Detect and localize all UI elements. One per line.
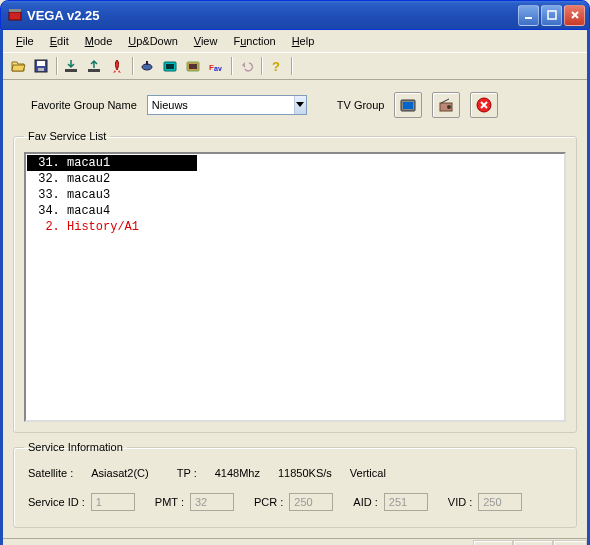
svg-text:?: ? (272, 59, 280, 74)
menu-function[interactable]: Function (226, 33, 282, 49)
favorite-group-value[interactable] (148, 99, 294, 111)
tv-list-icon[interactable] (159, 55, 181, 77)
svg-rect-10 (146, 61, 148, 65)
rocket-icon[interactable] (106, 55, 128, 77)
vid-label: VID : (448, 496, 472, 508)
tv-group-button[interactable] (394, 92, 422, 118)
fav-service-list-group: Fav Service List 31. macau1 32. macau2 3… (13, 130, 577, 433)
svg-rect-19 (403, 102, 413, 109)
svg-rect-0 (9, 12, 21, 20)
toolbar-separator (129, 55, 135, 77)
svg-point-21 (447, 105, 451, 109)
radio-group-button[interactable] (432, 92, 460, 118)
open-icon[interactable] (7, 55, 29, 77)
service-information-legend: Service Information (24, 441, 127, 453)
satellite-label: Satellite : (28, 467, 73, 479)
fav-service-listbox[interactable]: 31. macau1 32. macau2 33. macau3 34. mac… (24, 152, 566, 422)
list-item[interactable]: 32. macau2 (27, 171, 563, 187)
menu-mode[interactable]: Mode (78, 33, 120, 49)
tv-group-label: TV Group (337, 99, 385, 111)
list-item[interactable]: 31. macau1 (27, 155, 197, 171)
status-num: NUM (513, 540, 553, 546)
svg-rect-14 (189, 64, 197, 69)
titlebar: VEGA v2.25 (0, 0, 590, 30)
svg-rect-1 (9, 9, 21, 12)
menu-file[interactable]: File (9, 33, 41, 49)
window-title: VEGA v2.25 (27, 8, 518, 23)
status-spacer1 (473, 540, 513, 546)
delete-group-button[interactable] (470, 92, 498, 118)
svg-rect-3 (548, 11, 556, 19)
toolbar: Fav ? (3, 52, 587, 80)
menubar: File Edit Mode Up&Down View Function Hel… (3, 30, 587, 52)
toolbar-separator (288, 55, 294, 77)
undo-icon[interactable] (235, 55, 257, 77)
window-controls (518, 5, 585, 26)
vid-value: 250 (478, 493, 522, 511)
pcr-label: PCR : (254, 496, 283, 508)
list-item[interactable]: 33. macau3 (27, 187, 563, 203)
satellite-value: Asiasat2(C) (91, 467, 148, 479)
list-item[interactable]: 34. macau4 (27, 203, 563, 219)
statusbar: Ready NUM (3, 538, 587, 545)
svg-rect-8 (88, 69, 100, 72)
satellite-icon[interactable] (136, 55, 158, 77)
aid-label: AID : (353, 496, 377, 508)
aid-value: 251 (384, 493, 428, 511)
combo-dropdown-icon[interactable] (294, 96, 306, 114)
top-row: Favorite Group Name TV Group (13, 86, 577, 130)
status-spacer2 (553, 540, 587, 546)
tp-symrate: 11850KS/s (278, 467, 332, 479)
close-button[interactable] (564, 5, 585, 26)
toolbar-separator (258, 55, 264, 77)
svg-rect-12 (166, 64, 174, 69)
menu-file-label: ile (23, 35, 34, 47)
pcr-value: 250 (289, 493, 333, 511)
pmt-label: PMT : (155, 496, 184, 508)
svg-rect-5 (37, 61, 45, 66)
menu-view[interactable]: View (187, 33, 225, 49)
svg-rect-6 (38, 68, 44, 71)
toolbar-separator (53, 55, 59, 77)
svg-text:av: av (214, 65, 222, 72)
svg-rect-7 (65, 69, 77, 72)
minimize-button[interactable] (518, 5, 539, 26)
pmt-value: 32 (190, 493, 234, 511)
service-id-value: 1 (91, 493, 135, 511)
app-icon (7, 7, 23, 23)
favorite-group-label: Favorite Group Name (31, 99, 137, 111)
tp-pol: Vertical (350, 467, 386, 479)
menu-edit[interactable]: Edit (43, 33, 76, 49)
favorite-group-combo[interactable] (147, 95, 307, 115)
help-icon[interactable]: ? (265, 55, 287, 77)
service-information-group: Service Information Satellite : Asiasat2… (13, 441, 577, 528)
svg-rect-2 (525, 17, 532, 19)
save-icon[interactable] (30, 55, 52, 77)
tp-freq: 4148Mhz (215, 467, 260, 479)
service-id-label: Service ID : (28, 496, 85, 508)
tp-label: TP : (177, 467, 197, 479)
fav-service-list-legend: Fav Service List (24, 130, 110, 142)
upload-icon[interactable] (83, 55, 105, 77)
menu-updown[interactable]: Up&Down (121, 33, 185, 49)
maximize-button[interactable] (541, 5, 562, 26)
download-icon[interactable] (60, 55, 82, 77)
radio-list-icon[interactable] (182, 55, 204, 77)
menu-help[interactable]: Help (285, 33, 322, 49)
list-item[interactable]: 2. History/A1 (27, 219, 563, 235)
toolbar-separator (228, 55, 234, 77)
fav-icon[interactable]: Fav (205, 55, 227, 77)
